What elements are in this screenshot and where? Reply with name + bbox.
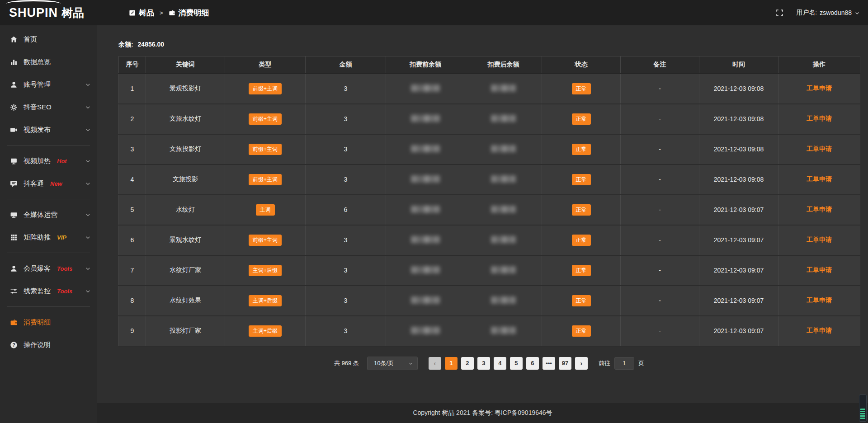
work-order-link[interactable]: 工单申请 [807, 85, 832, 92]
sidebar-item-label: 账号管理 [24, 80, 51, 89]
chevron-down-icon [85, 288, 91, 294]
cell-type: 前缀+主词 [225, 74, 306, 104]
sidebar-item-label: 会员爆客 [24, 264, 51, 273]
cell-status: 正常 [542, 104, 621, 134]
cell-time: 2021-12-03 09:08 [699, 104, 778, 134]
widget-stripes [860, 409, 865, 420]
goto-page-input[interactable] [614, 357, 634, 370]
work-order-link[interactable]: 工单申请 [807, 175, 832, 183]
sidebar-item-label: 矩阵助推 [24, 233, 51, 242]
cell-keyword: 文旅水纹灯 [146, 104, 225, 134]
sidebar-item-douketong[interactable]: 抖客通New [0, 172, 97, 195]
sidebar-item-matrix-boost[interactable]: 矩阵助推VIP [0, 226, 97, 249]
more-pages-button[interactable]: ••• [542, 357, 555, 370]
breadcrumb-item-home[interactable]: 树品 [129, 8, 154, 18]
page-button-3[interactable]: 3 [477, 357, 490, 370]
work-order-link[interactable]: 工单申请 [807, 145, 832, 152]
cell-balance-before [386, 255, 465, 286]
svg-text:?: ? [12, 342, 15, 347]
work-order-link[interactable]: 工单申请 [807, 206, 832, 213]
masked-balance [411, 175, 440, 183]
page-size-value: 10条/页 [374, 359, 394, 367]
breadcrumb-item-current[interactable]: 消费明细 [169, 8, 209, 18]
cell-keyword: 水纹灯 [146, 195, 225, 225]
chevron-down-icon [85, 158, 91, 164]
status-badge: 正常 [572, 265, 591, 276]
balance-value: 24856.00 [138, 41, 164, 48]
type-badge: 前缀+主词 [249, 235, 282, 246]
cell-balance-before [386, 195, 465, 225]
page-button-6[interactable]: 6 [526, 357, 539, 370]
prev-page-button[interactable]: ‹ [429, 357, 441, 370]
app-logo[interactable]: SHUPIN 树品 [0, 5, 97, 20]
chevron-down-icon [85, 266, 91, 272]
sidebar-item-media-operation[interactable]: 全媒体运营 [0, 203, 97, 226]
sidebar-item-douyin-seo[interactable]: 抖音SEO [0, 96, 97, 118]
screen-icon [10, 157, 18, 165]
username-label: 用户名: [796, 9, 817, 17]
floating-widget[interactable] [859, 395, 867, 422]
page-button-1[interactable]: 1 [445, 357, 458, 370]
goto-suffix: 页 [638, 359, 644, 367]
logo-arc [6, 0, 61, 7]
page-size-select[interactable]: 10条/页 [367, 357, 418, 370]
cell-remark: - [621, 74, 699, 104]
cell-type: 前缀+主词 [225, 134, 306, 164]
table-row: 5水纹灯主词6正常-2021-12-03 09:07工单申请 [119, 195, 860, 225]
masked-balance [491, 145, 516, 152]
column-header: 序号 [119, 56, 146, 74]
work-order-link[interactable]: 工单申请 [807, 266, 832, 273]
cell-balance-after [465, 195, 542, 225]
work-order-link[interactable]: 工单申请 [807, 115, 832, 122]
status-badge: 正常 [572, 235, 591, 246]
masked-balance [491, 175, 516, 183]
user-menu[interactable]: 用户名: zswodun88 [796, 9, 860, 17]
sidebar-item-account[interactable]: 账号管理 [0, 73, 97, 96]
sidebar-item-instructions[interactable]: ?操作说明 [0, 334, 97, 356]
cell-action: 工单申请 [778, 286, 860, 316]
sidebar-item-video-heat[interactable]: 视频加热Hot [0, 150, 97, 172]
sidebar-item-label: 视频发布 [24, 126, 51, 134]
fullscreen-icon[interactable] [776, 9, 783, 17]
chat-icon [10, 180, 18, 188]
sidebar-item-home[interactable]: 首页 [0, 28, 97, 51]
sidebar-item-consume-detail[interactable]: 消费明细 [0, 311, 97, 334]
cell-action: 工单申请 [778, 164, 860, 195]
cell-remark: - [621, 225, 699, 255]
page-button-5[interactable]: 5 [510, 357, 523, 370]
masked-balance [491, 115, 516, 122]
next-page-button[interactable]: › [575, 357, 588, 370]
sidebar-item-clue-monitor[interactable]: 线索监控Tools [0, 280, 97, 302]
sliders-icon [10, 287, 18, 295]
page-button-97[interactable]: 97 [559, 357, 571, 370]
sidebar-item-video-publish[interactable]: 视频发布 [0, 118, 97, 141]
masked-balance [411, 85, 440, 92]
cell-status: 正常 [542, 164, 621, 195]
status-badge: 正常 [572, 144, 591, 155]
cell-action: 工单申请 [778, 195, 860, 225]
column-header: 状态 [542, 56, 621, 74]
work-order-link[interactable]: 工单申请 [807, 327, 832, 334]
pagination: 共 969 条 10条/页 ‹ 123456•••97 › 前往 页 [118, 357, 860, 370]
sidebar-item-data-overview[interactable]: 数据总览 [0, 51, 97, 73]
cell-remark: - [621, 164, 699, 195]
logo-text-cn: 树品 [61, 5, 84, 20]
cell-action: 工单申请 [778, 74, 860, 104]
page-button-2[interactable]: 2 [461, 357, 474, 370]
page-button-4[interactable]: 4 [494, 357, 506, 370]
sidebar-item-member-baoke[interactable]: 会员爆客Tools [0, 257, 97, 280]
goto-label: 前往 [599, 359, 610, 367]
chevron-down-icon [85, 212, 91, 218]
masked-balance [491, 85, 516, 92]
work-order-link[interactable]: 工单申请 [807, 296, 832, 304]
masked-balance [491, 206, 516, 213]
cell-type: 主词+后缀 [225, 286, 306, 316]
work-order-link[interactable]: 工单申请 [807, 236, 832, 243]
cell-keyword: 投影灯厂家 [146, 316, 225, 346]
sidebar-item-label: 视频加热 [24, 157, 51, 165]
type-badge: 主词+后缀 [249, 265, 282, 276]
sidebar-item-label: 全媒体运营 [24, 211, 57, 219]
logo-text-en: SHUPIN [9, 6, 58, 20]
masked-balance [411, 266, 440, 273]
cell-keyword: 文旅投影灯 [146, 134, 225, 164]
